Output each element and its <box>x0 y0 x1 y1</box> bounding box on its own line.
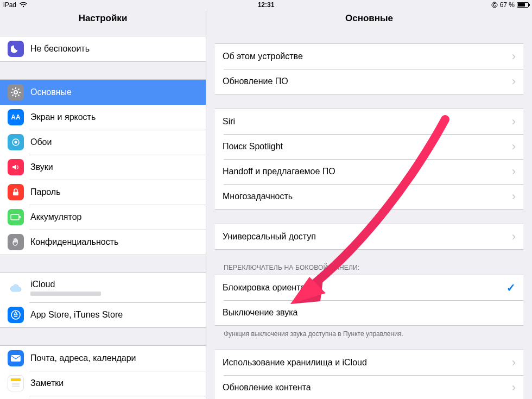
detail-item-spotlight[interactable]: Поиск Spotlight › <box>215 134 523 159</box>
notes-icon <box>8 375 24 391</box>
chevron-right-icon: › <box>512 381 516 395</box>
sidebar-item-label: iCloud <box>30 280 101 289</box>
sidebar-item-label: Основные <box>30 87 198 97</box>
svg-point-1 <box>14 91 17 94</box>
sidebar-item-label: Не беспокоить <box>30 44 198 54</box>
wallpaper-icon <box>8 134 24 150</box>
svg-point-11 <box>15 141 17 144</box>
detail-item-software-update[interactable]: Обновление ПО › <box>215 69 523 94</box>
sidebar-item-passcode[interactable]: Пароль <box>0 180 206 205</box>
gear-icon <box>8 84 24 100</box>
detail-item-label: Об этом устройстве <box>223 52 508 61</box>
icloud-account-placeholder <box>30 292 101 296</box>
detail-item-siri[interactable]: Siri › <box>215 109 523 134</box>
detail-item-label: Handoff и предлагаемое ПО <box>223 167 508 176</box>
svg-rect-13 <box>11 214 19 220</box>
chevron-right-icon: › <box>512 74 516 88</box>
detail-item-accessibility[interactable]: Универсальный доступ › <box>215 224 523 249</box>
detail-item-label: Siri <box>223 117 508 126</box>
sidebar-item-battery[interactable]: Аккумулятор <box>0 205 206 230</box>
detail-item-mute[interactable]: Выключение звука <box>215 300 523 325</box>
battery-icon <box>517 2 529 8</box>
sidebar-item-notes[interactable]: Заметки <box>0 371 206 396</box>
detail-item-label: Блокировка ориентации <box>223 283 506 293</box>
sidebar-item-label: Почта, адреса, календари <box>30 353 198 363</box>
detail-item-multitask[interactable]: Многозадачность › <box>215 184 523 209</box>
detail-item-about[interactable]: Об этом устройстве › <box>215 44 523 69</box>
cloud-icon <box>8 280 24 296</box>
detail-item-lock-rotation[interactable]: Блокировка ориентации ✓ <box>215 275 523 300</box>
sidebar-item-reminders[interactable]: Напоминания <box>0 396 206 399</box>
svg-rect-17 <box>11 378 21 381</box>
sidebar-item-appstore[interactable]: App Store, iTunes Store <box>0 302 206 327</box>
display-icon: AA <box>8 109 24 125</box>
battery-app-icon <box>8 209 24 225</box>
detail-item-handoff[interactable]: Handoff и предлагаемое ПО › <box>215 159 523 184</box>
detail-pane: Основные Об этом устройстве › Обновление… <box>206 11 532 399</box>
svg-rect-14 <box>20 216 21 218</box>
chevron-right-icon: › <box>512 189 516 204</box>
status-bar: iPad 12:31 67 % <box>0 0 532 11</box>
settings-sidebar: Настройки Не беспокоить О <box>0 11 206 399</box>
svg-line-6 <box>12 89 14 90</box>
sidebar-item-label: Обои <box>30 137 198 147</box>
chevron-right-icon: › <box>512 230 516 244</box>
svg-line-9 <box>18 89 19 90</box>
sidebar-item-label: Аккумулятор <box>30 212 198 222</box>
svg-rect-16 <box>11 355 21 362</box>
sidebar-item-label: App Store, iTunes Store <box>30 310 198 320</box>
checkmark-icon: ✓ <box>506 281 516 294</box>
rotation-lock-icon <box>491 2 498 8</box>
svg-line-7 <box>18 94 19 96</box>
sidebar-item-label: Пароль <box>30 187 198 197</box>
chevron-right-icon: › <box>512 49 516 64</box>
speaker-icon <box>8 159 24 175</box>
sidebar-item-label: Экран и яркость <box>30 112 198 122</box>
detail-item-label: Поиск Spotlight <box>223 142 508 151</box>
chevron-right-icon: › <box>512 140 516 154</box>
detail-item-label: Обновление контента <box>223 383 508 392</box>
detail-item-label: Обновление ПО <box>223 77 508 86</box>
sidebar-title: Настройки <box>0 11 206 30</box>
appstore-icon <box>8 307 24 323</box>
mail-icon <box>8 350 24 366</box>
detail-item-background-refresh[interactable]: Обновление контента › <box>215 375 523 399</box>
detail-item-label: Универсальный доступ <box>223 232 508 242</box>
detail-item-label: Использование хранилища и iCloud <box>223 358 508 368</box>
chevron-right-icon: › <box>512 356 516 370</box>
detail-item-label: Многозадачность <box>223 192 508 201</box>
chevron-right-icon: › <box>512 164 516 179</box>
sidebar-item-icloud[interactable]: iCloud <box>0 273 206 302</box>
detail-title: Основные <box>206 11 532 30</box>
hand-icon <box>8 234 24 250</box>
sidebar-item-label: Заметки <box>30 378 198 388</box>
sidebar-item-mail[interactable]: Почта, адреса, календари <box>0 346 206 371</box>
sidebar-item-general[interactable]: Основные <box>0 80 206 105</box>
sidebar-item-sounds[interactable]: Звуки <box>0 155 206 180</box>
sidebar-item-dnd[interactable]: Не беспокоить <box>0 36 206 61</box>
detail-item-storage[interactable]: Использование хранилища и iCloud › <box>215 350 523 375</box>
battery-text: 67 % <box>500 1 515 9</box>
svg-line-8 <box>12 94 14 96</box>
chevron-right-icon: › <box>512 115 516 129</box>
sidebar-item-label: Конфиденциальность <box>30 237 198 247</box>
svg-rect-12 <box>13 192 18 195</box>
lock-icon <box>8 184 24 200</box>
sidebar-item-privacy[interactable]: Конфиденциальность <box>0 230 206 255</box>
sidebar-item-label: Звуки <box>30 162 198 172</box>
side-switch-footer: Функция выключения звука доступна в Пунк… <box>215 326 523 338</box>
sidebar-item-wallpaper[interactable]: Обои <box>0 130 206 155</box>
moon-icon <box>8 41 24 57</box>
side-switch-header: ПЕРЕКЛЮЧАТЕЛЬ НА БОКОВОЙ ПАНЕЛИ: <box>215 261 523 275</box>
clock: 12:31 <box>0 1 532 9</box>
detail-item-label: Выключение звука <box>223 308 516 318</box>
sidebar-item-display[interactable]: AA Экран и яркость <box>0 105 206 130</box>
